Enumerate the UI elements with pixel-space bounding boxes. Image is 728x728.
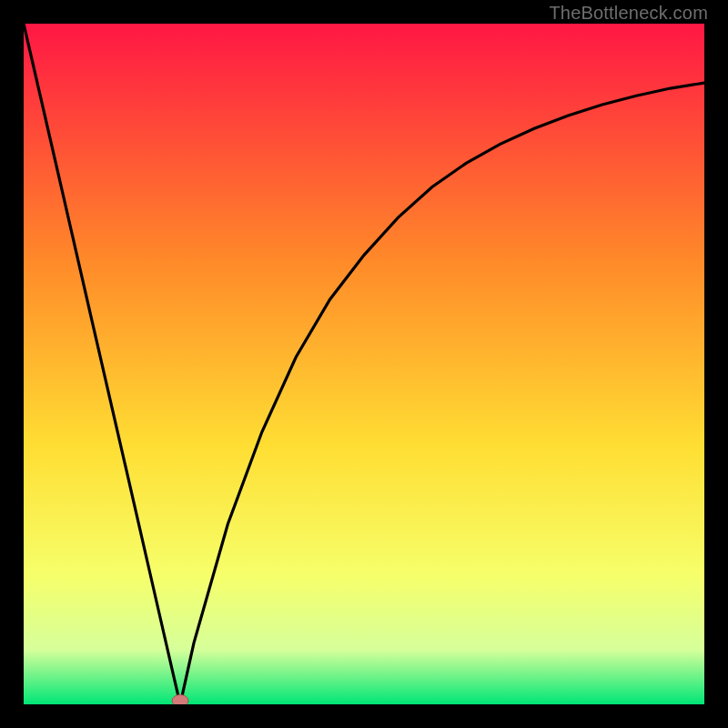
gradient-background [24,24,704,704]
chart-frame: TheBottleneck.com [0,0,728,728]
attribution-text: TheBottleneck.com [549,3,708,24]
bottleneck-chart [24,24,704,704]
plot-area [24,24,704,704]
minimum-marker [172,695,188,705]
